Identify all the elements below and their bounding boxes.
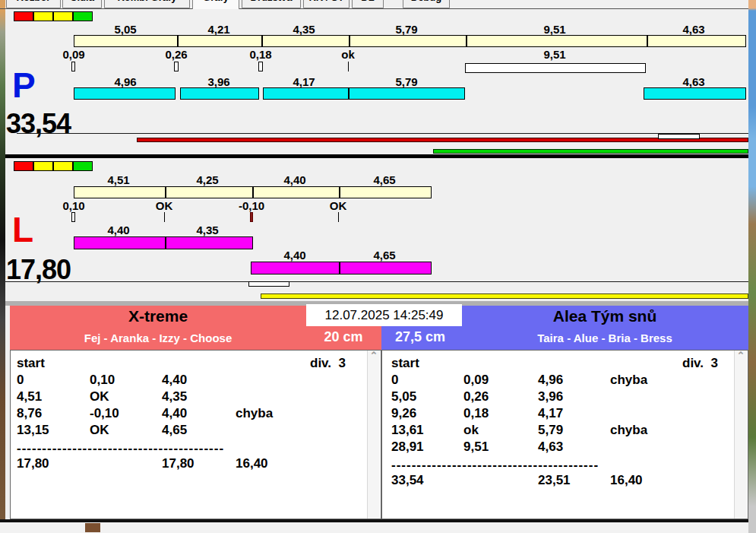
cell: OK — [90, 423, 109, 438]
l-delta-tick — [164, 212, 165, 222]
right-results-table — [381, 350, 748, 519]
tab-grafy[interactable]: Grafy — [192, 0, 239, 9]
left-table-scrollbar[interactable]: ⌃ — [367, 351, 380, 519]
right-total-run: 23,51 — [538, 473, 571, 488]
desktop-right-strip — [748, 0, 756, 533]
right-team-name: Alea Tým snů — [553, 307, 657, 325]
l-ideal-label: 4,25 — [196, 173, 218, 186]
p-ideal-label: 5,79 — [395, 23, 417, 36]
cell: 0 — [17, 373, 24, 388]
l-delta-tick — [250, 212, 253, 222]
p-ideal-label: 4,21 — [207, 23, 229, 36]
section-divider — [5, 154, 748, 158]
right-start-label: start — [391, 356, 419, 371]
p-run-label: 5,79 — [395, 75, 417, 88]
l-legend — [14, 161, 94, 171]
l-run-label: 4,65 — [373, 249, 395, 262]
l-letter: L — [12, 214, 33, 245]
scroll-up-icon[interactable]: ⌃ — [735, 351, 747, 361]
p-green-line — [433, 149, 748, 154]
p-delta-label: ok — [341, 48, 355, 61]
p-run-bar — [263, 87, 465, 100]
p-delta-tick — [71, 62, 75, 71]
l-run-label: 4,40 — [283, 249, 305, 262]
cell: 9,51 — [463, 439, 489, 455]
p-run-label: 3,96 — [207, 75, 229, 88]
cell: 4,35 — [162, 389, 187, 405]
cell: 0,09 — [463, 373, 489, 388]
left-team-name: X-treme — [128, 307, 188, 325]
cell: 5,05 — [391, 389, 416, 405]
left-team-members: Fej - Aranka - Izzy - Choose — [84, 332, 232, 344]
l-yellow-line — [261, 293, 748, 299]
p-delta-tick — [348, 62, 349, 71]
datetime-text: 12.07.2025 14:25:49 — [325, 308, 444, 322]
l-run-label: 4,35 — [196, 224, 218, 236]
right-table-scrollbar[interactable]: ⌃ — [734, 351, 747, 519]
cell: 4,63 — [538, 439, 563, 455]
p-total: 33,54 — [6, 108, 71, 140]
l-delta-tick — [71, 212, 75, 222]
l-delta-label: OK — [156, 199, 173, 212]
tab-druzstva[interactable]: Družstva — [242, 0, 301, 8]
scroll-up-icon[interactable]: ⌃ — [368, 351, 380, 361]
datetime-box: 12.07.2025 14:25:49 — [306, 304, 462, 326]
cell: chyba — [610, 423, 647, 438]
cell: ok — [463, 423, 479, 438]
l-ideal-label: 4,40 — [283, 173, 305, 186]
cell: 0,10 — [90, 373, 115, 388]
legend-yellow-square — [53, 161, 73, 171]
cell: 9,26 — [391, 406, 416, 421]
p-run-bar — [180, 87, 259, 100]
p-ideal-label: 9,51 — [543, 23, 565, 36]
cell: OK — [90, 389, 109, 405]
cell: 4,65 — [162, 423, 187, 438]
cell: 5,79 — [538, 423, 563, 438]
left-height-label: 20 cm — [324, 329, 362, 345]
left-results-table — [10, 350, 381, 519]
tab-dl[interactable]: DL — [352, 0, 384, 8]
l-baseline — [5, 281, 748, 282]
legend-yellow-square — [33, 11, 53, 21]
l-delta-label: OK — [330, 199, 347, 212]
cell: 8,76 — [17, 406, 42, 421]
legend-green-square — [73, 161, 93, 171]
legend-red-square — [14, 161, 33, 171]
legend-green-square — [73, 11, 93, 21]
p-delta-tick — [258, 62, 263, 71]
cell: 3,96 — [538, 389, 563, 405]
cell: 0,18 — [463, 406, 489, 421]
p-white-marker — [658, 134, 700, 139]
l-ideal-bar — [74, 186, 432, 198]
tab-rozbor[interactable]: Rozbor — [6, 0, 61, 8]
p-ideal-label: 5,05 — [114, 23, 136, 36]
desktop-left-strip — [0, 0, 5, 533]
bottom-desktop-strip — [0, 522, 748, 533]
app-window: Rozbor Čidla Kombi Grafy Grafy Družstva … — [0, 0, 756, 533]
l-run-bar — [251, 262, 432, 274]
p-run-bar — [74, 87, 176, 100]
legend-red-square — [14, 11, 33, 21]
p-baseline — [17, 133, 748, 134]
p-run-label: 4,96 — [114, 75, 136, 88]
left-total-run: 17,80 — [162, 456, 195, 471]
l-run-bar — [74, 236, 253, 249]
l-delta-label: -0,10 — [239, 199, 264, 212]
cell: 4,40 — [162, 406, 187, 421]
tab-kk-st[interactable]: KK / ST — [303, 0, 350, 8]
cell: 28,91 — [391, 439, 424, 455]
l-delta-tick — [338, 212, 339, 222]
tab-cidla[interactable]: Čidla — [62, 0, 102, 8]
right-team-members: Taira - Alue - Bria - Bress — [537, 332, 672, 344]
left-total-ideal: 16,40 — [236, 456, 268, 471]
bottom-desktop-artifact — [85, 523, 100, 532]
tab-debug[interactable]: Debug — [403, 0, 450, 8]
p-run-label: 4,17 — [293, 75, 315, 88]
left-total-time: 17,80 — [17, 456, 49, 471]
cell: 13,15 — [17, 423, 49, 438]
cell: 4,51 — [17, 389, 42, 405]
p-ideal-label: 4,35 — [293, 23, 315, 36]
tab-kombi-grafy[interactable]: Kombi Grafy — [104, 0, 190, 8]
right-total-time: 33,54 — [391, 473, 424, 488]
cell: 13,61 — [391, 423, 424, 438]
